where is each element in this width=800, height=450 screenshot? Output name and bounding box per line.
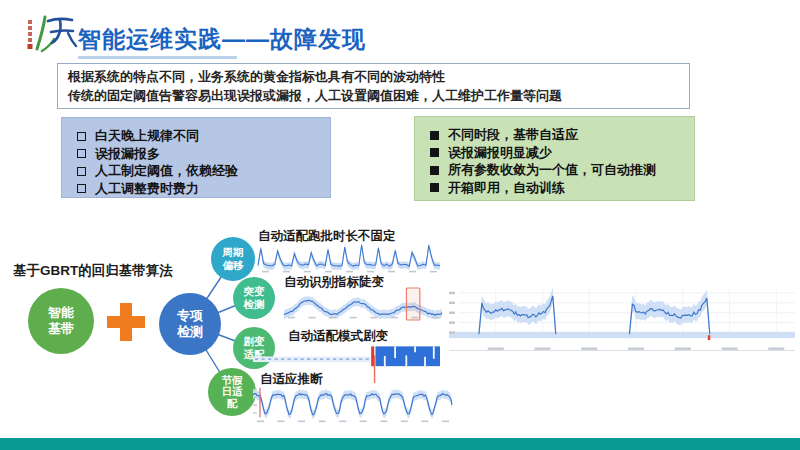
circle-label-line: 智能 — [48, 305, 74, 321]
filled-square-bullet — [430, 131, 439, 140]
mini-chart-mode-change — [253, 345, 440, 368]
slide: 智能运维实践——故障发现 根据系统的特点不同，业务系统的黄金指标也具有不同的波动… — [0, 0, 800, 450]
problem-item: 人工制定阈值，依赖经验 — [77, 164, 320, 179]
benefit-item: 所有参数收敛为一个值，可自动推测 — [430, 163, 684, 178]
benefit-item-label: 所有参数收敛为一个值，可自动推测 — [448, 163, 656, 178]
problem-box: 白天晚上规律不同 误报漏报多 人工制定阈值，依赖经验 人工调整费时费力 — [61, 117, 331, 198]
intro-box: 根据系统的特点不同，业务系统的黄金指标也具有不同的波动特性 传统的固定阈值告警容… — [57, 63, 690, 109]
special-detection-circle: 专项 检测 — [159, 293, 221, 355]
filled-square-bullet — [430, 183, 439, 192]
algorithm-caption: 基于GBRT的回归基带算法 — [13, 262, 173, 280]
title-underline — [78, 56, 237, 59]
hollow-square-bullet — [77, 132, 86, 141]
circle-label-line: 检测 — [177, 324, 203, 340]
intro-line-1: 根据系统的特点不同，业务系统的黄金指标也具有不同的波动特性 — [68, 67, 679, 86]
problem-item: 误报漏报多 — [77, 147, 320, 162]
hollow-square-bullet — [77, 149, 86, 158]
mini-chart-step-change — [284, 289, 442, 318]
hollow-square-bullet — [77, 167, 86, 176]
brand-logo — [26, 11, 78, 55]
plus-bar — [120, 303, 132, 341]
mini-chart-title: 自动适配模式剧变 — [288, 328, 388, 345]
plus-icon — [107, 303, 145, 341]
problem-item: 白天晚上规律不同 — [77, 129, 320, 144]
problem-item-label: 误报漏报多 — [95, 147, 160, 162]
satellite-period-shift: 周期 偏移 — [211, 237, 255, 281]
page-title: 智能运维实践——故障发现 — [78, 24, 366, 55]
footer-bar — [0, 438, 800, 450]
benefit-item: 误报漏报明显减少 — [430, 146, 684, 161]
circle-label-line: 基带 — [48, 321, 74, 337]
benefit-item: 开箱即用，自动训练 — [430, 181, 684, 196]
mini-chart-adaptive — [253, 383, 452, 422]
mini-chart-title: 自动适配跑批时长不固定 — [258, 228, 396, 245]
problem-item-label: 人工制定阈值，依赖经验 — [95, 164, 238, 179]
circle-label-line: 偏移 — [223, 259, 244, 272]
hollow-square-bullet — [77, 184, 86, 193]
smart-baseline-circle: 智能 基带 — [28, 288, 94, 354]
circle-label-line: 周期 — [223, 246, 244, 259]
circle-label-line: 配 — [227, 398, 238, 410]
satellite-mutation-detect: 突变 检测 — [233, 277, 275, 319]
benefit-item-label: 开箱即用，自动训练 — [448, 181, 565, 196]
problem-item-label: 白天晚上规律不同 — [95, 129, 199, 144]
benefit-item: 不同时段，基带自适应 — [430, 128, 684, 143]
mini-chart-spiky — [258, 244, 440, 272]
filled-square-bullet — [430, 166, 439, 175]
intro-line-2: 传统的固定阈值告警容易出现误报或漏报，人工设置阈值困难，人工维护工作量等问题 — [68, 86, 679, 105]
benefit-item-label: 不同时段，基带自适应 — [448, 128, 578, 143]
baseline-band-chart — [449, 285, 795, 351]
circle-label-line: 突变 — [244, 285, 265, 298]
benefit-item-label: 误报漏报明显减少 — [448, 146, 552, 161]
filled-square-bullet — [430, 148, 439, 157]
circle-label-line: 专项 — [177, 308, 203, 324]
problem-item: 人工调整费时费力 — [77, 182, 320, 197]
circle-label-line: 检测 — [244, 298, 265, 311]
benefit-box: 不同时段，基带自适应 误报漏报明显减少 所有参数收敛为一个值，可自动推测 开箱即… — [414, 116, 695, 201]
problem-item-label: 人工调整费时费力 — [95, 182, 199, 197]
satellite-holiday-adapt: 节假 日适 配 — [208, 368, 256, 416]
